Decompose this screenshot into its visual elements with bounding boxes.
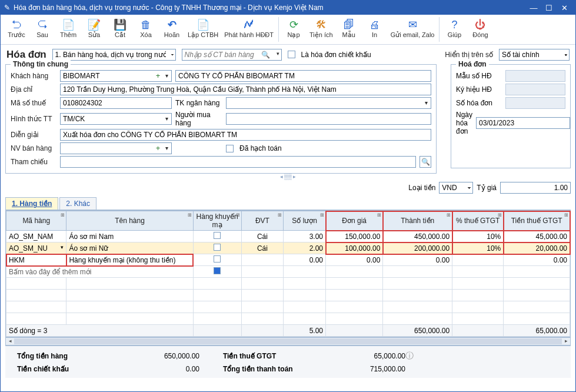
pay-label: Tổng tiền thanh toán (223, 365, 317, 373)
prev-button[interactable]: ⮌Trước (4, 17, 29, 40)
cut-button[interactable]: 💾Cắt (108, 17, 132, 40)
col-vatpct[interactable]: % thuế GTGT⊞ (452, 211, 504, 231)
pay-value: 715,000.00 (317, 365, 405, 373)
tab-items[interactable]: 1. Hàng tiền (5, 197, 58, 210)
paytype-label: Hình thức TT (11, 115, 56, 123)
paytype-combo[interactable]: ▾ (60, 113, 172, 125)
add-row[interactable]: Bấm vào đây để thêm mới (6, 266, 570, 278)
hddt-button[interactable]: 🗲Phát hành HĐĐT (222, 17, 276, 39)
desc-label: Diễn giải (11, 131, 56, 139)
col-vat[interactable]: Tiền thuế GTGT⊞ (504, 211, 570, 231)
disc-label: Tiền chiết khấu (17, 365, 111, 373)
search-dropdown-icon[interactable]: ▾ (277, 51, 279, 57)
tab-other[interactable]: 2. Khác (59, 197, 96, 210)
util-button[interactable]: 🛠Tiện ích (307, 17, 335, 40)
help-button[interactable]: ?Giúp (442, 17, 467, 39)
next-button[interactable]: ⮎Sau (30, 17, 55, 39)
posted-checkbox[interactable]: Đã hạch toán (226, 144, 282, 152)
tpl-field (505, 70, 565, 82)
customer-combo[interactable]: +▾ (60, 70, 172, 82)
display-on-label: Hiển thị trên số (445, 51, 493, 59)
address-input[interactable] (60, 84, 431, 95)
currency-select[interactable]: VND (439, 182, 473, 194)
buyer-label: Người mua hàng (175, 111, 222, 127)
invoice-fieldset: Hoá đơn Mẫu số HĐ Ký hiệu HĐ Số hóa đơn … (451, 64, 571, 168)
add-button[interactable]: 📄Thêm (56, 17, 81, 39)
col-qty[interactable]: Số lượn⊞ (284, 211, 326, 231)
page-title: Hóa đơn (6, 48, 46, 61)
close-window-button[interactable]: ✕ (557, 4, 572, 12)
sym-field (505, 84, 565, 95)
undo-button[interactable]: ↶Hoãn (159, 17, 184, 39)
col-code[interactable]: Mã hàng⊞ (6, 211, 66, 231)
rate-label: Tỷ giá (477, 184, 497, 192)
vat-label: Tiền thuế GTGT (223, 352, 317, 360)
date-input[interactable] (476, 117, 570, 129)
print-button[interactable]: 🖨In (362, 17, 387, 39)
col-amount[interactable]: Thành tiền⊞ (383, 211, 452, 231)
invoice-type-select[interactable]: 1. Bán hàng hoá, dịch vụ trong nước (52, 49, 176, 61)
desc-input[interactable] (60, 129, 431, 141)
date-label: Ngày hóa đơn (456, 111, 472, 135)
empty-row (6, 278, 570, 290)
info-icon[interactable]: ⓘ (405, 351, 429, 361)
bank-label: TK ngân hàng (175, 99, 222, 107)
col-price[interactable]: Đơn giá⊞ (326, 211, 383, 231)
customer-label: Khách hàng (11, 72, 56, 80)
titlebar: ✎ Hóa đơn bán hàng hóa, dịch vụ trong nư… (1, 1, 575, 15)
close-button[interactable]: ⏻Đóng (468, 17, 492, 39)
ref-label: Tham chiếu (11, 158, 56, 166)
items-grid: Mã hàng⊞ Tên hàng⊞ Hàng khuyến mạ⊞ ĐVT⊞ … (5, 210, 571, 337)
template-button[interactable]: 🗐Mẫu (337, 17, 361, 40)
col-unit[interactable]: ĐVT⊞ (241, 211, 284, 231)
splitter[interactable]: ◂ ▒▒ ▸ (1, 174, 575, 180)
col-name[interactable]: Tên hàng⊞ (66, 211, 193, 231)
seller-label: NV bán hàng (11, 144, 56, 152)
tpl-label: Mẫu số HĐ (456, 72, 502, 80)
seller-combo[interactable]: +▾ (60, 142, 172, 154)
summary-row: Số dòng = 3 5.00 650,000.00 65,000.00 (6, 325, 570, 337)
no-label: Số hóa đơn (456, 99, 502, 107)
general-fieldset: Thông tin chung Khách hàng +▾ Địa chỉ Mã… (5, 64, 437, 174)
bank-combo[interactable]: ▾ (226, 97, 431, 109)
tax-input[interactable] (60, 97, 172, 109)
load-button[interactable]: ⟳Nạp (281, 17, 306, 40)
col-promo[interactable]: Hàng khuyến mạ⊞ (193, 211, 241, 231)
buyer-input[interactable] (226, 113, 431, 125)
table-row[interactable]: HKM Hàng khuyến mại (không thu tiền) 0.0… (6, 254, 570, 266)
minimize-button[interactable]: — (526, 4, 541, 12)
empty-row (6, 301, 570, 313)
disc-value: 0.00 (111, 365, 199, 373)
table-row[interactable]: AO_SM_NU ▾ Áo sơ mi Nữ Cái 2.00 100,000.… (6, 242, 570, 254)
currency-label: Loại tiền (408, 184, 435, 192)
customer-name-input[interactable] (175, 70, 431, 82)
discount-checkbox[interactable]: Là hóa đơn chiết khấu (288, 51, 371, 59)
rate-input[interactable] (500, 182, 571, 194)
window-title: Hóa đơn bán hàng hóa, dịch vụ trong nước… (14, 4, 324, 12)
ref-input[interactable] (60, 156, 416, 168)
totals-footer: Tổng tiền hàng 650,000.00 Tiền thuế GTGT… (5, 346, 571, 378)
table-row[interactable]: AO_SM_NAM Áo sơ mi Nam Cái 3.00 150,000.… (6, 231, 570, 242)
hscrollbar[interactable]: ◂▸ (5, 337, 571, 346)
address-label: Địa chỉ (11, 85, 56, 94)
zoom-button[interactable]: 🔍 (419, 156, 431, 168)
vat-value: 65,000.00 (317, 352, 405, 360)
book-select[interactable]: Số tài chính (499, 49, 570, 61)
ctbh-button[interactable]: 📄Lập CTBH (185, 17, 221, 40)
app-icon: ✎ (4, 4, 10, 12)
maximize-button[interactable]: ☐ (541, 4, 557, 12)
search-icon[interactable]: 🔍 (261, 51, 270, 59)
empty-row (6, 313, 570, 325)
total-value: 650,000.00 (111, 352, 199, 360)
edit-button[interactable]: 📝Sửa (82, 17, 106, 40)
main-toolbar: ⮌Trước ⮎Sau 📄Thêm 📝Sửa 💾Cắt 🗑Xóa ↶Hoãn 📄… (1, 15, 575, 45)
empty-row (6, 290, 570, 301)
sym-label: Ký hiệu HĐ (456, 85, 502, 94)
send-button[interactable]: ✉Gửi email, Zalo (388, 17, 437, 40)
delete-button[interactable]: 🗑Xóa (134, 17, 158, 39)
total-label: Tổng tiền hàng (17, 352, 111, 360)
tax-label: Mã số thuế (11, 99, 56, 107)
no-field (505, 97, 565, 109)
